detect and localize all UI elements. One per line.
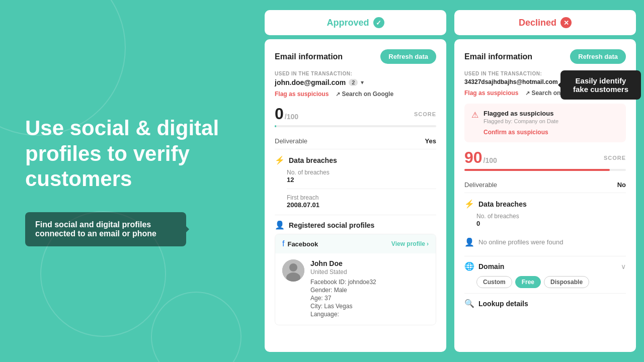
no-profiles-icon: 👤 bbox=[464, 237, 474, 247]
domain-badge-free[interactable]: Free bbox=[515, 276, 541, 288]
approved-check-icon: ✓ bbox=[373, 17, 384, 28]
declined-breach-count-label: No. of breaches bbox=[476, 213, 626, 220]
approved-breach-count-label: No. of breaches bbox=[287, 169, 436, 176]
declined-breach-count-row: No. of breaches 0 bbox=[476, 213, 626, 227]
person-location: United Stated bbox=[310, 268, 429, 276]
fb-name-row: f Facebook bbox=[282, 239, 318, 248]
panels-container: Approved ✓ Email information Refresh dat… bbox=[257, 0, 644, 362]
domain-title: Domain bbox=[478, 262, 504, 270]
gender-value: Male bbox=[334, 287, 347, 294]
person-icon: 👤 bbox=[275, 220, 285, 230]
approved-deliverable-row: Deliverable Yes bbox=[275, 133, 436, 149]
declined-breaches-header: ⚡ Data breaches bbox=[464, 199, 626, 209]
declined-x-icon: ✕ bbox=[560, 17, 572, 28]
domain-badges: Custom Free Disposable bbox=[464, 276, 626, 288]
facebook-profile-body: John Doe United Stated Facebook ID: john… bbox=[275, 253, 436, 325]
age-row: Age: 37 bbox=[310, 295, 429, 302]
left-panel: Use social & digital profiles to verify … bbox=[0, 0, 257, 362]
domain-badge-disposable[interactable]: Disposable bbox=[544, 276, 589, 288]
view-profile-button[interactable]: View profile › bbox=[391, 240, 429, 247]
declined-deliverable-label: Deliverable bbox=[464, 181, 497, 189]
lookup-row[interactable]: 🔍 Lookup details bbox=[464, 293, 626, 313]
approved-breach-count: 12 bbox=[287, 176, 436, 184]
approved-breaches-content: No. of breaches 12 First breach 2008.07.… bbox=[275, 169, 436, 209]
domain-icon: 🌐 bbox=[464, 261, 474, 271]
divider-1 bbox=[287, 189, 436, 189]
facebook-profile-info: John Doe United Stated Facebook ID: john… bbox=[310, 259, 429, 319]
approved-main-card: Email information Refresh data USED IN T… bbox=[265, 39, 446, 352]
approved-first-breach: 2008.07.01 bbox=[287, 201, 436, 209]
approved-status-header: Approved ✓ bbox=[265, 10, 446, 35]
city-value: Las Vegas bbox=[324, 303, 352, 310]
declined-breaches-content: No. of breaches 0 bbox=[464, 213, 626, 227]
declined-email-info-title: Email information bbox=[464, 52, 532, 61]
domain-badge-custom[interactable]: Custom bbox=[476, 276, 512, 288]
approved-email-badge: 2 bbox=[349, 79, 358, 86]
approved-score-denom: /100 bbox=[285, 113, 298, 121]
declined-score-bar-bg bbox=[464, 169, 626, 171]
approved-breaches-header: ⚡ Data breaches bbox=[275, 155, 436, 165]
flagged-by: Flagged by: Company on Date bbox=[484, 118, 558, 124]
facebook-label: Facebook bbox=[287, 240, 318, 248]
language-row: Language: bbox=[310, 311, 429, 318]
declined-status-header: Declined ✕ bbox=[454, 10, 636, 35]
approved-email: john.doe@gmail.com bbox=[275, 78, 346, 86]
external-link-icon-2: ↗ bbox=[525, 90, 530, 97]
approved-social-title: Registered social profiles bbox=[289, 221, 374, 229]
approved-refresh-button[interactable]: Refresh data bbox=[380, 49, 436, 64]
declined-breaches-title: Data breaches bbox=[478, 200, 527, 208]
approved-deliverable-value: Yes bbox=[425, 137, 436, 145]
approved-action-row: Flag as suspicious ↗ Search on Google bbox=[275, 90, 436, 98]
fb-id-value: johndoe32 bbox=[348, 279, 376, 286]
age-value: 37 bbox=[325, 295, 331, 302]
declined-wrapper: Declined ✕ Easily identify fake customer… bbox=[454, 10, 636, 352]
declined-refresh-button[interactable]: Refresh data bbox=[570, 49, 626, 64]
approved-first-breach-label: First breach bbox=[287, 194, 436, 201]
approved-search-google[interactable]: ↗ Search on Google bbox=[336, 90, 393, 98]
person-name: John Doe bbox=[310, 259, 429, 267]
approved-dropdown-icon[interactable]: ▾ bbox=[361, 79, 364, 86]
declined-email: 34327dsajhdbajhs@hotmail.com bbox=[464, 78, 558, 85]
declined-score-number: 90 bbox=[464, 148, 482, 167]
declined-flag-suspicious[interactable]: Flag as suspicious bbox=[464, 89, 518, 97]
declined-score-label: SCORE bbox=[604, 155, 626, 161]
confirm-suspicious-button[interactable]: Confirm as suspicious bbox=[484, 129, 548, 136]
lookup-left: 🔍 Lookup details bbox=[464, 299, 528, 308]
approved-card-header: Email information Refresh data bbox=[275, 49, 436, 64]
approved-score-number: 0 bbox=[275, 105, 284, 123]
approved-score-row: 0 /100 SCORE bbox=[275, 105, 436, 123]
chevron-right-icon: › bbox=[427, 240, 429, 247]
lookup-title: Lookup details bbox=[478, 300, 528, 308]
declined-score-denom: /100 bbox=[484, 156, 497, 164]
approved-first-breach-row: First breach 2008.07.01 bbox=[287, 194, 436, 209]
flagged-title: Flagged as suspicious bbox=[484, 110, 558, 117]
external-link-icon: ↗ bbox=[336, 91, 340, 98]
no-profiles-text: No online profiles were found bbox=[478, 238, 563, 246]
lookup-icon: 🔍 bbox=[464, 299, 474, 308]
approved-social-header: 👤 Registered social profiles bbox=[275, 220, 436, 230]
domain-row[interactable]: 🌐 Domain ∨ bbox=[464, 256, 626, 276]
approved-flag-suspicious[interactable]: Flag as suspicious bbox=[275, 90, 329, 98]
domain-chevron-icon: ∨ bbox=[621, 262, 626, 270]
alert-icon: ⚠ bbox=[471, 110, 478, 120]
city-row: City: Las Vegas bbox=[310, 303, 429, 310]
approved-score-label: SCORE bbox=[414, 111, 436, 117]
no-profiles-row: 👤 No online profiles were found bbox=[464, 233, 626, 251]
facebook-card-header: f Facebook View profile › bbox=[275, 234, 436, 253]
approved-breach-count-row: No. of breaches 12 bbox=[287, 169, 436, 184]
flagged-content: Flagged as suspicious Flagged by: Compan… bbox=[484, 110, 558, 136]
approved-deliverable-label: Deliverable bbox=[275, 137, 307, 145]
approved-used-in-label: USED IN THE TRANSACTION: bbox=[275, 71, 436, 76]
svg-point-1 bbox=[289, 263, 297, 272]
avatar bbox=[282, 259, 304, 282]
approved-label: Approved bbox=[327, 18, 369, 28]
facebook-card: f Facebook View profile › bbox=[275, 234, 436, 325]
approved-social-section: 👤 Registered social profiles f Facebook … bbox=[275, 220, 436, 325]
approved-breaches-section: ⚡ Data breaches No. of breaches 12 First… bbox=[275, 155, 436, 209]
declined-deliverable-row: Deliverable No bbox=[464, 177, 626, 193]
declined-breach-count: 0 bbox=[476, 220, 626, 227]
find-profiles-tooltip: Find social and digital profiles connect… bbox=[25, 212, 186, 246]
approved-email-info-title: Email information bbox=[275, 52, 343, 61]
approved-score-bar-fill bbox=[275, 125, 276, 127]
domain-left: 🌐 Domain bbox=[464, 261, 504, 271]
